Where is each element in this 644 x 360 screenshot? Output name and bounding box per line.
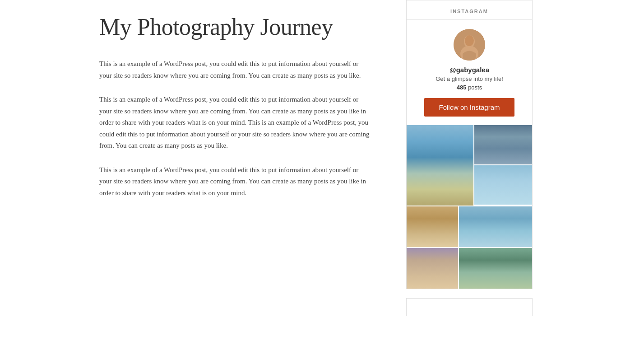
instagram-photos-grid <box>407 125 532 289</box>
page-title: My Photography Journey <box>99 14 370 40</box>
instagram-username: @gabygalea <box>449 66 489 74</box>
instagram-photo-1[interactable] <box>407 125 473 206</box>
instagram-photo-3[interactable] <box>474 165 532 205</box>
instagram-photo-4[interactable] <box>407 206 458 247</box>
instagram-widget: INSTAGRAM @gabygalea Get a glimpse into … <box>406 0 533 289</box>
instagram-photo-7[interactable] <box>459 248 532 289</box>
avatar <box>454 29 485 61</box>
main-content: My Photography Journey This is an exampl… <box>0 0 397 360</box>
paragraph-3: This is an example of a WordPress post, … <box>99 164 370 199</box>
follow-on-instagram-button[interactable]: Follow on Instagram <box>424 98 514 117</box>
sidebar: INSTAGRAM @gabygalea Get a glimpse into … <box>397 0 542 360</box>
instagram-photo-6[interactable] <box>407 248 458 289</box>
instagram-photo-5[interactable] <box>459 206 532 247</box>
instagram-bio: Get a glimpse into my life! <box>436 75 503 82</box>
sidebar-bottom-widget <box>406 298 533 316</box>
instagram-photo-2[interactable] <box>474 125 532 164</box>
instagram-section-label: INSTAGRAM <box>407 0 532 20</box>
svg-point-3 <box>465 35 474 46</box>
instagram-posts-count: 485 posts <box>457 84 482 91</box>
paragraph-2: This is an example of a WordPress post, … <box>99 94 370 152</box>
instagram-profile: @gabygalea Get a glimpse into my life! 4… <box>407 20 532 125</box>
paragraph-1: This is an example of a WordPress post, … <box>99 58 370 81</box>
